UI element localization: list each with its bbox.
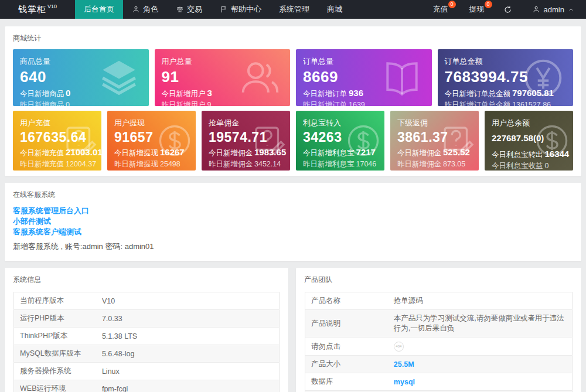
stat-line-label: 今日新增订单总金额 xyxy=(445,90,511,98)
stat-line-label: 昨日新增订单 xyxy=(303,101,347,107)
flag-icon xyxy=(220,5,228,13)
withdraw-button[interactable]: 提现0 xyxy=(459,0,495,19)
menu-item-label: 帮助中心 xyxy=(231,4,261,15)
stat-line-label: 今日新增提现 xyxy=(114,149,158,157)
question-edit-icon xyxy=(62,122,98,159)
info-value: 抢单源码 xyxy=(388,292,573,310)
stat-line-label: 昨日新增佣金 xyxy=(397,160,441,168)
navbar-right: 充值0提现0 admin xyxy=(423,0,586,19)
stat-card-yesterday-line: 昨日新增提现25498 xyxy=(114,159,189,169)
bottom-panels: 系统信息 当前程序版本V10运行PHP版本7.0.33ThinkPHP版本5.1… xyxy=(5,268,581,392)
info-label: 服务器操作系统 xyxy=(14,363,96,380)
stat-line-label: 昨日新增佣金 xyxy=(209,160,253,168)
stat-line-label: 昨日新增提现 xyxy=(114,160,158,168)
app-logo[interactable]: 钱掌柜V10 xyxy=(0,0,75,19)
scale-icon xyxy=(176,5,184,13)
product-team-table: 产品名称抢单源码产品说明本产品只为学习测试交流,请勿要做商业或者用于违法行为,一… xyxy=(305,292,573,392)
info-label: 产品说明 xyxy=(305,310,388,338)
menu-item-roles[interactable]: 角色 xyxy=(123,0,167,19)
stat-line-value: 936 xyxy=(349,88,363,98)
system-info-panel: 系统信息 当前程序版本V10运行PHP版本7.0.33ThinkPHP版本5.1… xyxy=(5,268,288,392)
menu-item-system[interactable]: 系统管理 xyxy=(270,0,318,19)
table-row: 当前程序版本V10 xyxy=(14,292,280,310)
person-icon xyxy=(132,5,140,13)
info-label: 产品大小 xyxy=(305,356,388,373)
info-label: ThinkPHP版本 xyxy=(14,328,96,345)
info-value: fpm-fcgi xyxy=(96,380,280,392)
menu-item-label: 角色 xyxy=(143,4,158,15)
stat-line-value: 9 xyxy=(207,101,212,107)
stat-line-label: 今日利息宝收益 xyxy=(492,162,543,170)
stat-line-label: 昨日新增订单总金额 xyxy=(445,101,511,107)
info-value: V10 xyxy=(96,292,280,310)
chevron-up-icon xyxy=(568,6,574,13)
menu-item-label: 交易 xyxy=(187,4,202,15)
info-label: 请勿点击 xyxy=(305,338,388,356)
refresh-button[interactable] xyxy=(495,0,520,19)
stat-card-yesterday-line: 昨日新增商品0 xyxy=(20,100,142,107)
stat-card-goods-total: 商品总量640今日新增商品0昨日新增商品0 xyxy=(13,49,149,106)
info-value: 404 xyxy=(388,338,573,356)
service-link-service-client-test[interactable]: 客服系统客户端测试 xyxy=(13,227,573,237)
stat-card-yesterday-line: 今日利息宝收益0 xyxy=(492,161,566,171)
table-row: WEB运行环境fpm-fcgi xyxy=(14,380,280,392)
stat-card-orders-total: 订单总量8669今日新增订单936昨日新增订单1639 xyxy=(296,49,432,106)
dollar-icon xyxy=(534,122,570,159)
stats-row-1: 商品总量640今日新增商品0昨日新增商品0用户总量91今日新增用户3昨日新增用户… xyxy=(5,49,581,106)
info-label: 当前程序版本 xyxy=(14,292,96,310)
book-icon xyxy=(380,56,424,100)
recharge-button[interactable]: 充值0 xyxy=(423,0,459,19)
stat-line-label: 今日新增充值 xyxy=(20,149,64,157)
info-label: 数据库 xyxy=(305,373,388,391)
menu-item-label: 商城 xyxy=(327,4,342,15)
menu-item-help[interactable]: 帮助中心 xyxy=(211,0,270,19)
app-version: V10 xyxy=(47,4,57,9)
stat-card-user-balance: 用户总余额227687.58(0)今日利息宝转出16344今日利息宝收益0 xyxy=(485,111,573,171)
info-value: mysql xyxy=(388,373,573,391)
users-icon xyxy=(239,56,282,100)
service-link-service-admin-entry[interactable]: 客服系统管理后台入口 xyxy=(13,206,573,216)
withdraw-badge: 0 xyxy=(485,1,492,8)
stat-line-value: 0 xyxy=(66,88,70,98)
recharge-label: 充值 xyxy=(433,4,448,15)
withdraw-label: 提现 xyxy=(469,4,485,15)
info-value: 5.6.48-log xyxy=(96,345,280,363)
stat-line-label: 今日新增佣金 xyxy=(397,149,441,157)
yen-icon xyxy=(522,56,565,100)
stat-line-label: 今日新增商品 xyxy=(20,90,64,98)
info-label: WEB运行环境 xyxy=(14,380,96,392)
info-label: 产品名称 xyxy=(305,292,388,310)
stat-card-yesterday-line: 昨日新增佣金873.05 xyxy=(397,159,472,169)
online-service-title: 在线客服系统 xyxy=(5,183,581,206)
stat-line-label: 今日新增订单 xyxy=(303,90,347,98)
table-row: 请勿点击404 xyxy=(305,338,573,356)
user-menu[interactable]: admin xyxy=(520,0,586,19)
stat-line-value: 17046 xyxy=(356,160,377,168)
stats-row-2: 用户充值167635.64今日新增充值21003.01昨日新增充值12004.3… xyxy=(5,111,581,176)
info-label: 运行PHP版本 xyxy=(14,310,96,328)
menu-item-mall[interactable]: 商城 xyxy=(318,0,351,19)
stat-card-yesterday-line: 昨日新增佣金3452.14 xyxy=(209,159,283,169)
badge-404[interactable]: 404 xyxy=(394,342,404,352)
stat-line-value: 873.05 xyxy=(443,160,465,168)
stat-line-value: 0 xyxy=(545,162,549,170)
layers-icon xyxy=(97,56,141,100)
value-link[interactable]: mysql xyxy=(394,378,415,386)
stat-line-label: 今日新增佣金 xyxy=(209,149,253,157)
stat-line-value: 1361527.86 xyxy=(512,101,551,107)
dollar-icon xyxy=(156,122,193,159)
page-content: 商城统计 商品总量640今日新增商品0昨日新增商品0用户总量91今日新增用户3昨… xyxy=(0,19,586,392)
app-title: 钱掌柜 xyxy=(18,4,46,15)
stat-line-label: 今日新增用户 xyxy=(162,90,206,98)
value-link[interactable]: 25.5M xyxy=(394,360,414,369)
stat-card-user-withdraw: 用户提现91657今日新增提现16267昨日新增提现25498 xyxy=(107,111,196,171)
system-info-table: 当前程序版本V10运行PHP版本7.0.33ThinkPHP版本5.1.38 L… xyxy=(13,292,280,392)
mall-stats-panel: 商城统计 商品总量640今日新增商品0昨日新增商品0用户总量91今日新增用户3昨… xyxy=(5,26,581,176)
table-row: 服务器操作系统Linux xyxy=(14,363,280,380)
stat-line-value: 0 xyxy=(66,101,70,107)
stat-line-value: 12004.37 xyxy=(66,160,96,168)
service-link-widget-test[interactable]: 小部件测试 xyxy=(13,216,573,227)
menu-item-trade[interactable]: 交易 xyxy=(167,0,211,19)
menu-item-home[interactable]: 后台首页 xyxy=(75,0,123,19)
stat-card-interest-in: 利息宝转入34263今日新增利息宝7217昨日新增利息宝17046 xyxy=(296,111,384,171)
